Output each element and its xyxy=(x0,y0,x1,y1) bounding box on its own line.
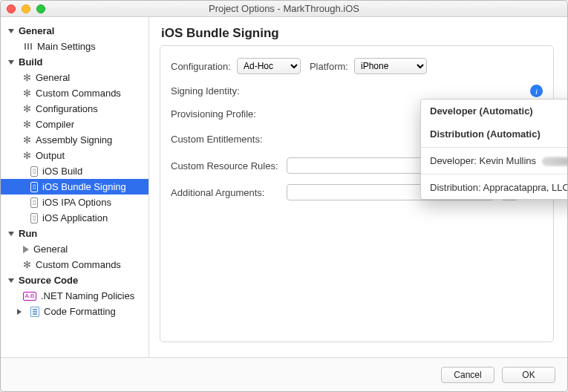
sliders-icon xyxy=(23,42,33,50)
sidebar-item-label: Compiler xyxy=(36,119,74,130)
chevron-down-icon xyxy=(8,29,14,33)
sidebar-item-ios-bundle-signing[interactable]: ▯iOS Bundle Signing xyxy=(1,179,148,195)
sidebar-item-compiler[interactable]: ✻Compiler xyxy=(1,117,148,132)
signing-identity-menu[interactable]: Developer (Automatic) Distribution (Auto… xyxy=(420,99,568,200)
info-icon[interactable]: i xyxy=(530,85,543,97)
chevron-right-icon xyxy=(17,309,22,315)
sidebar-item-configurations[interactable]: ✻Configurations xyxy=(1,101,148,117)
window-controls xyxy=(7,4,45,13)
sidebar-item-main-settings[interactable]: Main Settings xyxy=(1,39,148,54)
gear-icon: ✻ xyxy=(23,88,31,99)
close-icon[interactable] xyxy=(7,4,16,13)
sidebar: General Main Settings Build ✻General ✻Cu… xyxy=(1,17,149,357)
zoom-icon[interactable] xyxy=(36,4,45,13)
menu-separator xyxy=(421,147,568,148)
cancel-button[interactable]: Cancel xyxy=(441,367,494,383)
sidebar-item-label: iOS Application xyxy=(42,212,108,223)
sidebar-item-label: Code Formatting xyxy=(44,306,116,317)
sidebar-item-ios-build[interactable]: ▯iOS Build xyxy=(1,163,148,179)
group-label: Run xyxy=(19,228,37,239)
play-icon xyxy=(23,246,29,253)
group-label: General xyxy=(19,25,54,36)
options-window: Project Options - MarkThrough.iOS Genera… xyxy=(0,0,568,392)
sidebar-item-run-custom-commands[interactable]: ✻Custom Commands xyxy=(1,257,148,272)
sidebar-group-run[interactable]: Run xyxy=(1,226,148,241)
configuration-label: Configuration: xyxy=(171,61,231,72)
sidebar-item-output[interactable]: ✻Output xyxy=(1,148,148,163)
sidebar-item-label: iOS Build xyxy=(42,166,82,177)
gear-icon: ✻ xyxy=(23,259,31,270)
sidebar-item-label: Output xyxy=(36,150,65,161)
document-icon xyxy=(30,307,39,317)
sidebar-item-label: General xyxy=(33,244,68,255)
sidebar-item-assembly-signing[interactable]: ✻Assembly Signing xyxy=(1,132,148,148)
custom-resource-rules-label: Custom Resource Rules: xyxy=(171,160,281,172)
menu-item-distribution-auto[interactable]: Distribution (Automatic) xyxy=(421,122,568,146)
footer: Cancel OK xyxy=(1,357,567,391)
gear-icon: ✻ xyxy=(23,103,31,114)
ab-icon: A.B xyxy=(23,292,36,301)
minimize-icon[interactable] xyxy=(22,4,30,13)
titlebar[interactable]: Project Options - MarkThrough.iOS xyxy=(1,1,567,17)
sidebar-item-label: Assembly Signing xyxy=(36,134,112,146)
sidebar-group-general[interactable]: General xyxy=(1,23,148,39)
window-title: Project Options - MarkThrough.iOS xyxy=(209,3,359,14)
sidebar-item-ios-application[interactable]: ▯iOS Application xyxy=(1,210,148,226)
menu-item-developer-user[interactable]: Developer: Kevin Mullins xyxy=(421,149,568,172)
phone-icon: ▯ xyxy=(30,213,38,223)
chevron-down-icon xyxy=(8,278,14,283)
sidebar-item-code-formatting[interactable]: Code Formatting xyxy=(1,304,148,319)
sidebar-item-label: Custom Commands xyxy=(36,259,121,270)
menu-item-developer-auto[interactable]: Developer (Automatic) xyxy=(421,99,568,122)
sidebar-item-ios-ipa-options[interactable]: ▯iOS IPA Options xyxy=(1,195,148,210)
platform-select[interactable]: iPhone xyxy=(354,58,427,74)
sidebar-item-build-general[interactable]: ✻General xyxy=(1,70,148,85)
additional-arguments-label: Additional Arguments: xyxy=(171,187,281,198)
sidebar-item-label: .NET Naming Policies xyxy=(41,290,134,301)
gear-icon: ✻ xyxy=(23,134,31,146)
sidebar-item-naming-policies[interactable]: A.B.NET Naming Policies xyxy=(1,288,148,304)
ok-button[interactable]: OK xyxy=(502,367,555,383)
platform-label: Platform: xyxy=(310,61,348,72)
content-pane: iOS Bundle Signing Configuration: Ad-Hoc… xyxy=(149,17,567,357)
sidebar-item-custom-commands[interactable]: ✻Custom Commands xyxy=(1,85,148,101)
menu-separator xyxy=(421,174,568,174)
phone-icon: ▯ xyxy=(30,182,38,192)
menu-item-label: Distribution: Appracatappra, LLC xyxy=(430,182,568,193)
group-label: Build xyxy=(19,56,43,68)
sidebar-item-run-general[interactable]: General xyxy=(1,241,148,257)
sidebar-item-label: iOS Bundle Signing xyxy=(42,181,126,192)
custom-entitlements-label: Custom Entitlements: xyxy=(171,134,281,145)
signing-identity-label: Signing Identity: xyxy=(171,85,281,97)
body: General Main Settings Build ✻General ✻Cu… xyxy=(1,17,567,357)
redacted-text xyxy=(542,157,568,166)
sidebar-group-source-code[interactable]: Source Code xyxy=(1,272,148,288)
phone-icon: ▯ xyxy=(30,166,38,177)
menu-item-distribution-org[interactable]: Distribution: Appracatappra, LLC xyxy=(421,176,568,199)
signing-identity-row: Signing Identity: i xyxy=(171,85,543,97)
sidebar-item-label: Configurations xyxy=(36,103,98,114)
gear-icon: ✻ xyxy=(23,72,31,83)
phone-icon: ▯ xyxy=(30,197,38,208)
sidebar-item-label: General xyxy=(36,72,70,83)
config-row: Configuration: Ad-Hoc Platform: iPhone xyxy=(171,58,543,74)
group-label: Source Code xyxy=(19,275,78,286)
sidebar-group-build[interactable]: Build xyxy=(1,54,148,70)
provisioning-profile-label: Provisioning Profile: xyxy=(171,108,281,120)
gear-icon: ✻ xyxy=(23,119,31,130)
page-heading: iOS Bundle Signing xyxy=(161,26,554,41)
sidebar-item-label: Main Settings xyxy=(37,41,96,52)
chevron-down-icon xyxy=(8,60,14,65)
sidebar-item-label: iOS IPA Options xyxy=(42,197,111,208)
chevron-down-icon xyxy=(8,232,14,236)
menu-item-label: Developer: Kevin Mullins xyxy=(430,155,536,166)
gear-icon: ✻ xyxy=(23,150,31,161)
sidebar-item-label: Custom Commands xyxy=(36,88,121,99)
configuration-select[interactable]: Ad-Hoc xyxy=(237,58,301,74)
